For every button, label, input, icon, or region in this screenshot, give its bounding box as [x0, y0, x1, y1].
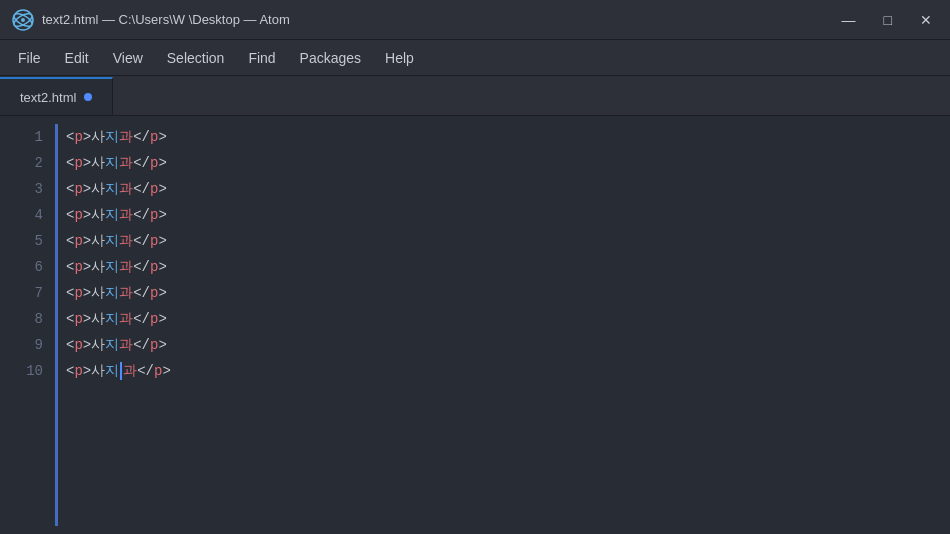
title-left: text2.html — C:\Users\W \Desktop — Atom	[12, 9, 290, 31]
window-title: text2.html — C:\Users\W \Desktop — Atom	[42, 12, 290, 27]
line-number-8: 8	[0, 306, 43, 332]
minimize-button[interactable]: —	[836, 11, 862, 29]
line-numbers: 1 2 3 4 5 6 7 8 9 10	[0, 116, 55, 534]
text-cursor	[120, 362, 122, 380]
line-number-10: 10	[0, 358, 43, 384]
line-number-9: 9	[0, 332, 43, 358]
code-line-6: <p>사지과</p>	[66, 254, 950, 280]
code-line-2: <p>사지과</p>	[66, 150, 950, 176]
line-number-5: 5	[0, 228, 43, 254]
code-line-1: <p>사지과</p>	[66, 124, 950, 150]
menu-bar: File Edit View Selection Find Packages H…	[0, 40, 950, 76]
editor: 1 2 3 4 5 6 7 8 9 10 <p>사지과</p> <p>사지과</…	[0, 116, 950, 534]
close-button[interactable]: ✕	[914, 11, 938, 29]
tab-text2html[interactable]: text2.html	[0, 77, 113, 115]
line-number-7: 7	[0, 280, 43, 306]
line-number-4: 4	[0, 202, 43, 228]
code-line-8: <p>사지과</p>	[66, 306, 950, 332]
menu-help[interactable]: Help	[375, 46, 424, 70]
tab-bar: text2.html	[0, 76, 950, 116]
window-controls: — □ ✕	[836, 11, 938, 29]
menu-edit[interactable]: Edit	[55, 46, 99, 70]
code-line-10: <p>사지과</p>	[66, 358, 950, 384]
code-line-7: <p>사지과</p>	[66, 280, 950, 306]
svg-point-3	[21, 18, 25, 22]
tab-filename: text2.html	[20, 90, 76, 105]
app-icon	[12, 9, 34, 31]
title-bar: text2.html — C:\Users\W \Desktop — Atom …	[0, 0, 950, 40]
tab-modified-indicator	[84, 93, 92, 101]
menu-find[interactable]: Find	[238, 46, 285, 70]
line-number-3: 3	[0, 176, 43, 202]
code-line-3: <p>사지과</p>	[66, 176, 950, 202]
code-area[interactable]: <p>사지과</p> <p>사지과</p> <p>사지과</p> <p>사지과<…	[58, 116, 950, 534]
code-line-4: <p>사지과</p>	[66, 202, 950, 228]
line-number-2: 2	[0, 150, 43, 176]
menu-view[interactable]: View	[103, 46, 153, 70]
maximize-button[interactable]: □	[878, 11, 898, 29]
menu-file[interactable]: File	[8, 46, 51, 70]
menu-packages[interactable]: Packages	[290, 46, 371, 70]
line-number-1: 1	[0, 124, 43, 150]
line-number-6: 6	[0, 254, 43, 280]
menu-selection[interactable]: Selection	[157, 46, 235, 70]
code-line-9: <p>사지과</p>	[66, 332, 950, 358]
code-line-5: <p>사지과</p>	[66, 228, 950, 254]
